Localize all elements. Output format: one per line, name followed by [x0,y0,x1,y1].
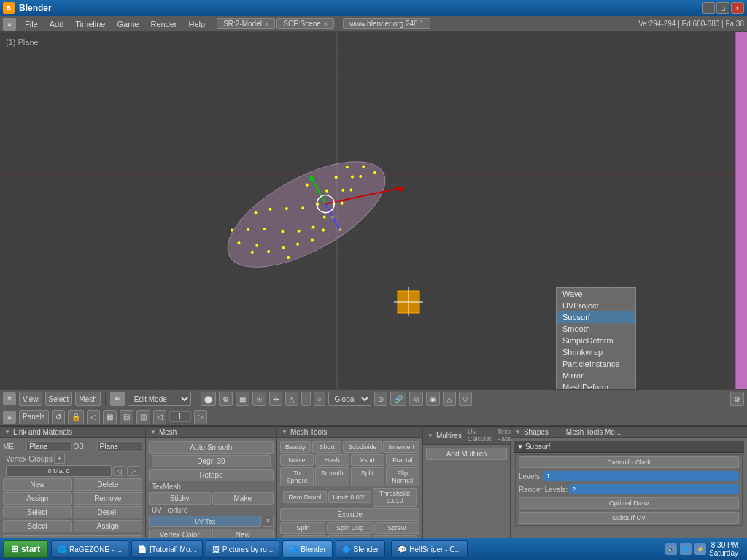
catmull-clark-btn[interactable]: Catmull - Clark [519,456,739,468]
assign-btn[interactable]: Assign [3,492,72,505]
innervert-btn[interactable]: Innervert [383,441,419,453]
panels-prev[interactable]: ◁ [153,410,166,424]
vertex-groups-btn[interactable]: + [54,454,65,464]
vt-dot-icon[interactable]: · [301,392,311,406]
tab-scene-close[interactable]: × [324,20,328,28]
fractal-btn[interactable]: Fractal [386,454,419,466]
limit-field[interactable]: Limit: 0.001 [328,491,372,503]
levels-bar[interactable]: 1 [543,471,739,481]
vt-btn1[interactable]: ⬤ [201,392,216,406]
new-mat-btn[interactable]: New [3,478,72,491]
minimize-button[interactable]: _ [702,2,715,14]
taskbar-item-blender2[interactable]: 🔷 Blender [336,540,385,558]
flip-normal-btn[interactable]: Flip Normal [386,467,419,486]
dropdown-item-shrinkwrap[interactable]: Shrinkwrap [557,346,635,358]
taskbar-item-ragezone[interactable]: 🌐 RaGEZONE - ... [51,540,128,558]
remove-btn[interactable]: Remove [74,492,143,505]
vt-tri-icon[interactable]: △ [285,392,298,406]
spin-btn[interactable]: Spin [280,522,325,534]
menu-render[interactable]: Render [147,18,179,30]
maximize-button[interactable]: □ [716,2,729,14]
menu-timeline[interactable]: Timeline [72,18,108,30]
degr-field[interactable]: Degr: 30 [152,455,271,467]
render-levels-bar[interactable]: 2 [569,484,739,494]
vt-prop1[interactable]: ◎ [409,392,423,406]
vt-prop3[interactable]: △ [443,392,456,406]
viewport[interactable]: (1) Plane Wave UVProject Subsurf Smooth … [0,32,747,389]
menu-help[interactable]: Help [186,18,209,30]
vt-btn3[interactable]: ▦ [236,392,249,406]
vt-select[interactable]: Select [45,392,73,406]
taskbar-item-blender1[interactable]: 🔷 Blender [282,540,332,558]
dropdown-item-simpledeform[interactable]: SimpleDeform [557,335,635,346]
close-button[interactable]: × [731,2,744,14]
screw-btn[interactable]: Screw [374,522,419,534]
vt-global-select[interactable]: Global Local [328,392,371,406]
panels-lock[interactable]: 🔒 [68,410,84,424]
menu-add[interactable]: Add [47,18,67,30]
dropdown-item-particleinstance[interactable]: ParticleInstance [557,358,635,370]
me-value[interactable]: Plane [26,441,72,452]
dropdown-item-smooth[interactable]: Smooth [557,323,635,335]
extrude-btn[interactable]: Extrude [280,508,419,521]
tab-sr2model-close[interactable]: × [265,20,268,28]
vt-circle-icon[interactable]: ○ [314,392,325,406]
dropdown-item-mirror[interactable]: Mirror [557,370,635,381]
panels-grid[interactable]: ▥ [136,410,150,424]
mat-prev[interactable]: ◁ [113,466,125,476]
menu-game[interactable]: Game [114,18,142,30]
vt-settings[interactable]: ⚙ [730,392,744,406]
modifier-dropdown[interactable]: Wave UVProject Subsurf Smooth SimpleDefo… [556,287,636,389]
taskbar-item-hellsniper[interactable]: 💬 HellSniper - C... [391,540,468,558]
dropdown-item-meshdeform[interactable]: MeshDeform [557,381,635,389]
vt-btn2[interactable]: ⚙ [219,392,233,406]
panels-expand[interactable]: ◁ [87,410,100,424]
sticky-btn[interactable]: Sticky [149,492,211,505]
panels-page-input[interactable]: 1 [169,411,191,422]
vt-snap[interactable]: 🔗 [390,392,406,406]
vt-pivot[interactable]: ⊙ [374,392,387,406]
dropdown-item-subsurf[interactable]: Subsurf [557,311,635,323]
smooth-btn[interactable]: Smooth [315,467,349,486]
beauty-btn[interactable]: Beauty [280,441,311,453]
tab-sr2model[interactable]: SR:2-Model × [217,18,275,29]
vt-mesh[interactable]: Mesh [75,392,100,406]
desel-btn[interactable]: Desel. [74,506,143,518]
vt-view[interactable]: View [19,392,42,406]
taskbar-item-pictures[interactable]: 🖼 Pictures by ro... [206,540,279,558]
panels-list[interactable]: ▤ [120,410,133,424]
uv-tex-field[interactable]: UV Tex [149,516,261,527]
vt-cursor-icon[interactable]: ✛ [269,392,282,406]
optimal-draw-btn[interactable]: Optimal Draw [519,497,739,509]
menu-file[interactable]: File [22,18,41,30]
noise-btn[interactable]: Noise [280,454,314,466]
tab-url[interactable]: www.blender.org 248.1 [343,18,430,29]
select-btn[interactable]: Select [3,506,72,518]
xsort-btn[interactable]: Xsort [351,454,384,466]
subdivide-btn[interactable]: Subdivide [343,441,382,453]
tab-scene[interactable]: SCE:Scene × [276,18,334,29]
assign2-btn[interactable]: Assign [74,520,143,532]
ob-value[interactable]: Plane [97,441,143,452]
vt-btn4[interactable]: ☉ [252,392,266,406]
retopo-btn[interactable]: Retopo [149,469,274,481]
threshold-field[interactable]: Threshold: 0.010 [373,488,417,507]
add-multires-btn[interactable]: Add Multires [426,448,507,460]
vt-prop4[interactable]: ▽ [459,392,472,406]
hash-btn[interactable]: Hash [315,454,349,466]
start-button[interactable]: ⊞ start [3,540,48,558]
panels-refresh[interactable]: ↺ [52,410,65,424]
panels-label[interactable]: Panels [19,410,49,424]
split-btn[interactable]: Split [351,467,384,486]
auto-smooth-btn[interactable]: Auto Smooth [149,441,274,454]
uv-tex-x[interactable]: × [263,516,274,527]
mat-value[interactable]: 0 Mat 0 [6,465,112,477]
to-sphere-btn[interactable]: To Sphere [280,467,314,486]
short-btn[interactable]: Short [312,441,341,453]
subsurf-uv-btn[interactable]: Subsurf UV [519,512,739,524]
select2-btn[interactable]: Select [3,520,72,532]
vt-mode-select[interactable]: Edit Mode Object Mode [128,392,191,406]
panels-next[interactable]: ▷ [194,410,207,424]
taskbar-item-tutorial[interactable]: 📄 [Tutorial] Mo... [131,540,203,558]
rem-doubl-btn[interactable]: Rem Doubl [283,491,327,503]
